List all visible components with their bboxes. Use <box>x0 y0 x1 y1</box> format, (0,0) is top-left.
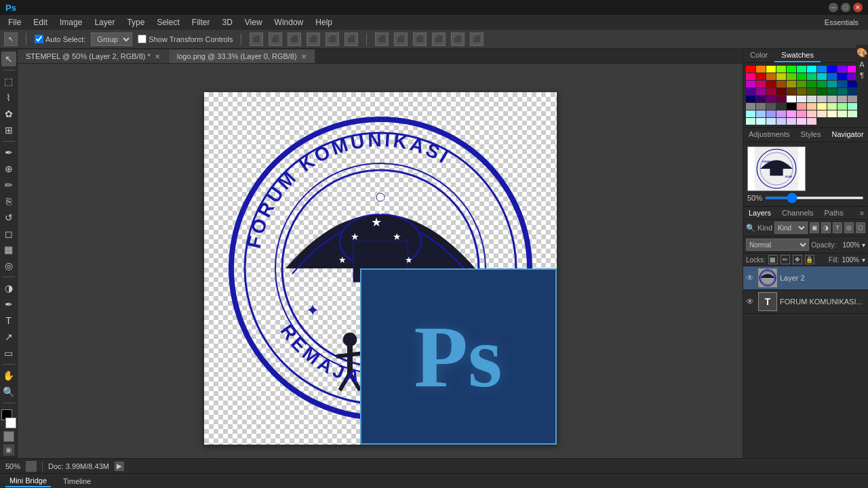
distribute-bottom-icon[interactable]: ⬛ <box>470 33 484 46</box>
color-swatch[interactable] <box>817 81 827 87</box>
layer-item-text[interactable]: 👁 T FORUM KOMUNIKASI... <box>743 290 868 314</box>
filter-shape-icon[interactable]: ◎ <box>844 222 854 233</box>
lock-transparent-icon[interactable]: ▩ <box>768 255 778 264</box>
channels-tab[interactable]: Channels <box>776 207 818 219</box>
color-swatch[interactable] <box>776 66 786 73</box>
layer-item-layer2[interactable]: 👁 Layer 2 <box>743 266 868 290</box>
color-swatch[interactable] <box>848 110 857 117</box>
align-bottom-icon[interactable]: ⬛ <box>344 33 358 46</box>
color-swatch[interactable] <box>848 103 857 110</box>
distribute-right-icon[interactable]: ⬛ <box>413 33 427 46</box>
color-swatch[interactable] <box>807 103 816 110</box>
navigator-zoom-slider[interactable] <box>765 197 864 199</box>
color-swatch[interactable] <box>766 66 776 73</box>
minimize-button[interactable]: ─ <box>829 3 838 12</box>
color-swatch[interactable] <box>837 81 847 87</box>
color-swatch[interactable] <box>827 73 837 80</box>
color-swatch[interactable] <box>817 88 827 95</box>
close-button[interactable]: ✕ <box>853 3 863 12</box>
lasso-tool[interactable]: ⌇ <box>1 90 16 105</box>
dodge-tool[interactable]: ◑ <box>1 281 16 296</box>
distribute-left-icon[interactable]: ⬛ <box>375 33 389 46</box>
path-select-tool[interactable]: ↗ <box>1 329 16 344</box>
pen-tool[interactable]: ✒ <box>1 297 16 312</box>
eyedropper-tool[interactable]: ✒ <box>1 145 16 160</box>
color-swatch[interactable] <box>807 66 816 73</box>
color-swatch[interactable] <box>797 73 806 80</box>
color-swatch[interactable] <box>817 110 827 117</box>
color-tab[interactable]: Color <box>743 49 774 62</box>
type-icon[interactable]: A <box>859 60 864 68</box>
lock-paint-icon[interactable]: ✏ <box>781 255 790 264</box>
maximize-button[interactable]: □ <box>841 3 850 12</box>
layers-tab[interactable]: Layers <box>743 207 776 219</box>
color-swatch[interactable] <box>776 96 786 102</box>
menu-edit[interactable]: Edit <box>28 16 53 28</box>
navigator-tab[interactable]: Navigator <box>827 128 869 142</box>
color-swatch[interactable] <box>746 88 755 95</box>
distribute-center-v-icon[interactable]: ⬛ <box>451 33 465 46</box>
color-swatch[interactable] <box>787 96 796 102</box>
filter-type-icon[interactable]: T <box>833 222 842 233</box>
color-swatch[interactable] <box>746 96 755 102</box>
tab-logo-close[interactable]: ✕ <box>301 53 307 60</box>
quick-mask-mode[interactable] <box>3 431 14 442</box>
menu-window[interactable]: Window <box>269 16 309 28</box>
color-swatch[interactable] <box>827 66 837 73</box>
marquee-tool[interactable]: ⬚ <box>1 74 16 89</box>
brush-tool[interactable]: ✏ <box>1 178 16 192</box>
color-swatch[interactable] <box>827 88 837 95</box>
opacity-arrow-icon[interactable]: ▾ <box>862 241 865 249</box>
color-swatch[interactable] <box>756 110 766 117</box>
para-icon[interactable]: ¶ <box>860 71 864 79</box>
crop-tool[interactable]: ⊞ <box>1 123 16 138</box>
align-left-icon[interactable]: ⬛ <box>250 33 263 46</box>
color-swatch[interactable] <box>756 88 766 95</box>
color-swatch[interactable] <box>766 96 776 102</box>
color-swatch[interactable] <box>817 103 827 110</box>
paths-tab[interactable]: Paths <box>819 207 849 219</box>
quick-select-tool[interactable]: ✿ <box>1 106 16 121</box>
color-swatch[interactable] <box>817 73 827 80</box>
color-swatch[interactable] <box>817 66 827 73</box>
color-swatch[interactable] <box>756 66 766 73</box>
color-swatch[interactable] <box>797 81 806 87</box>
history-brush-tool[interactable]: ↺ <box>1 210 16 225</box>
color-swatch[interactable] <box>776 88 786 95</box>
tab-stempel-close[interactable]: ✕ <box>155 53 160 60</box>
zoom-level-icon[interactable] <box>26 461 37 472</box>
color-swatch[interactable] <box>776 73 786 80</box>
doc-info-arrow-icon[interactable]: ▶ <box>115 462 124 471</box>
color-swatch[interactable] <box>787 73 796 80</box>
color-swatch[interactable] <box>776 118 786 125</box>
color-swatch[interactable] <box>746 66 755 73</box>
adjustments-tab[interactable]: Adjustments <box>743 128 795 142</box>
color-swatch[interactable] <box>827 103 837 110</box>
color-swatch[interactable] <box>756 118 766 125</box>
color-swatch[interactable] <box>756 96 766 102</box>
color-swatch[interactable] <box>837 88 847 95</box>
menu-type[interactable]: Type <box>121 16 150 28</box>
color-swatch[interactable] <box>807 96 816 102</box>
swatches-tab[interactable]: Swatches <box>774 49 821 62</box>
color-swatch[interactable] <box>848 96 857 102</box>
lock-move-icon[interactable]: ✥ <box>793 255 802 264</box>
color-swatch[interactable] <box>817 96 827 102</box>
color-swatch[interactable] <box>766 73 776 80</box>
background-color[interactable] <box>5 418 16 428</box>
mini-bridge-tab[interactable]: Mini Bridge <box>5 475 51 487</box>
color-swatch[interactable] <box>756 81 766 87</box>
tab-logo[interactable]: logo.png @ 33.3% (Layer 0, RGB/8) ✕ <box>169 49 315 63</box>
color-swatch[interactable] <box>746 81 755 87</box>
color-swatch[interactable] <box>766 110 776 117</box>
color-swatch[interactable] <box>837 66 847 73</box>
color-swatch[interactable] <box>797 88 806 95</box>
color-swatch[interactable] <box>827 81 837 87</box>
hand-tool[interactable]: ✋ <box>1 368 16 383</box>
align-top-icon[interactable]: ⬛ <box>307 33 320 46</box>
distribute-center-h-icon[interactable]: ⬛ <box>394 33 408 46</box>
color-swatch[interactable] <box>837 103 847 110</box>
move-tool-icon[interactable]: ↖ <box>4 33 18 46</box>
eraser-tool[interactable]: ◻ <box>1 226 16 241</box>
menu-image[interactable]: Image <box>54 16 87 28</box>
